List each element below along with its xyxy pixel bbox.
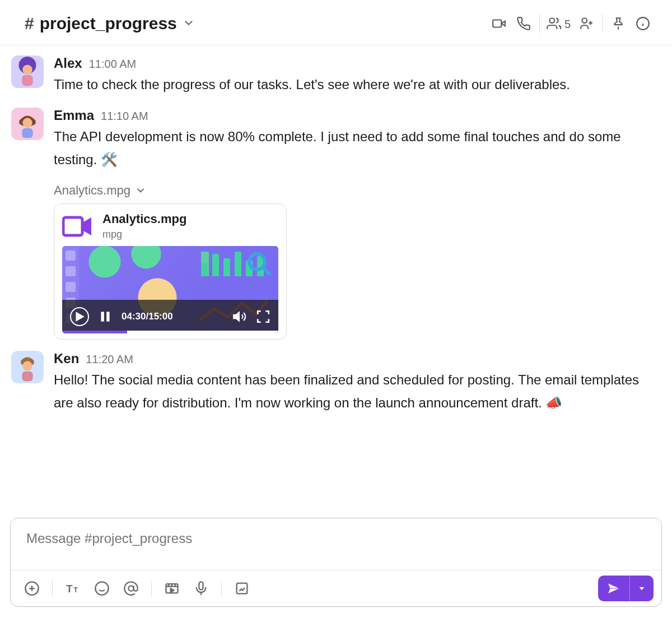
attachment-toggle[interactable]: Analytics.mpg	[54, 183, 661, 198]
chat-app: # project_progress 5	[0, 0, 672, 617]
svg-rect-20	[106, 312, 109, 322]
emoji-icon[interactable]	[88, 575, 115, 602]
attachment-card: Analytics.mpg mpg	[54, 203, 287, 340]
svg-point-2	[549, 18, 554, 23]
chevron-down-icon	[183, 14, 195, 33]
play-button[interactable]	[70, 307, 89, 326]
fullscreen-button[interactable]	[256, 309, 270, 324]
attachment-name: Analytics.mpg	[102, 212, 186, 226]
divider	[52, 581, 53, 596]
svg-point-22	[22, 361, 32, 371]
progress-bar[interactable]	[62, 331, 278, 333]
hash-icon: #	[25, 14, 34, 33]
message: Ken 11:20 AM Hello! The social media con…	[11, 345, 661, 420]
attachment-label: Analytics.mpg	[54, 183, 130, 198]
attachment-ext: mpg	[102, 229, 186, 240]
send-icon[interactable]	[598, 581, 629, 596]
message-author[interactable]: Alex	[54, 55, 82, 71]
members-count: 5	[564, 18, 571, 31]
message: Emma 11:10 AM The API development is now…	[11, 102, 661, 346]
message-time: 11:00 AM	[89, 58, 137, 71]
video-thumbnail[interactable]: 04:30/15:00	[62, 246, 278, 333]
info-icon[interactable]	[631, 11, 655, 36]
send-button[interactable]	[598, 576, 654, 601]
svg-rect-19	[101, 312, 104, 322]
svg-rect-13	[22, 128, 32, 138]
svg-rect-0	[493, 20, 501, 27]
svg-point-32	[128, 586, 133, 591]
svg-rect-14	[63, 217, 82, 235]
microphone-icon[interactable]	[188, 575, 214, 602]
video-file-icon	[62, 213, 92, 240]
message-list[interactable]: Alex 11:00 AM Time to check the progress…	[0, 45, 672, 512]
avatar[interactable]	[11, 108, 44, 140]
members-button[interactable]: 5	[543, 16, 574, 31]
video-call-icon[interactable]	[487, 11, 511, 36]
svg-marker-18	[76, 312, 85, 322]
composer-wrap: TT	[0, 512, 672, 617]
composer: TT	[10, 518, 662, 607]
avatar[interactable]	[11, 351, 44, 383]
channel-title[interactable]: # project_progress	[25, 14, 195, 33]
svg-rect-11	[22, 75, 32, 86]
svg-rect-37	[237, 583, 248, 594]
divider	[151, 581, 152, 596]
message-time: 11:10 AM	[101, 110, 148, 123]
svg-text:T: T	[73, 586, 78, 594]
phone-call-icon[interactable]	[511, 11, 536, 36]
divider	[602, 14, 603, 33]
svg-marker-34	[171, 588, 174, 592]
message-author[interactable]: Emma	[54, 108, 94, 123]
avatar[interactable]	[11, 55, 44, 88]
composer-toolbar: TT	[11, 570, 661, 606]
svg-marker-15	[83, 217, 91, 235]
svg-line-17	[263, 267, 269, 274]
volume-button[interactable]	[232, 309, 247, 324]
divider	[221, 581, 222, 596]
svg-text:T: T	[66, 583, 73, 595]
playback-time: 04:30/15:00	[122, 311, 223, 322]
message-body: Ken 11:20 AM Hello! The social media con…	[54, 351, 661, 415]
add-member-icon[interactable]	[574, 11, 599, 36]
attach-icon[interactable]	[18, 575, 45, 602]
pin-icon[interactable]	[606, 11, 631, 36]
svg-marker-21	[234, 313, 239, 321]
message-body: Emma 11:10 AM The API development is now…	[54, 108, 661, 340]
svg-point-5	[582, 18, 587, 23]
svg-rect-35	[199, 582, 203, 590]
svg-rect-23	[22, 372, 32, 381]
message-input[interactable]	[11, 518, 661, 568]
magnify-icon	[245, 249, 273, 277]
divider	[539, 14, 540, 33]
message-text: The API development is now 80% complete.…	[54, 126, 661, 171]
svg-point-12	[22, 118, 32, 127]
mention-icon[interactable]	[118, 575, 144, 602]
message: Alex 11:00 AM Time to check the progress…	[11, 50, 661, 102]
channel-name: project_progress	[40, 14, 177, 33]
header-actions: 5	[487, 11, 655, 36]
canvas-icon[interactable]	[228, 575, 255, 602]
message-body: Alex 11:00 AM Time to check the progress…	[54, 55, 661, 96]
pause-button[interactable]	[98, 309, 113, 324]
send-options-icon[interactable]	[630, 583, 654, 593]
svg-point-29	[95, 582, 108, 595]
video-controls: 04:30/15:00	[62, 300, 278, 333]
svg-point-10	[22, 64, 32, 74]
formatting-icon[interactable]: TT	[59, 575, 86, 602]
message-text: Hello! The social media content has been…	[54, 369, 661, 415]
channel-header: # project_progress 5	[0, 0, 672, 45]
message-time: 11:20 AM	[86, 353, 133, 366]
message-author[interactable]: Ken	[54, 351, 79, 367]
video-clip-icon[interactable]	[158, 575, 185, 602]
message-text: Time to check the progress of our tasks.…	[54, 73, 661, 96]
svg-marker-39	[640, 587, 645, 590]
